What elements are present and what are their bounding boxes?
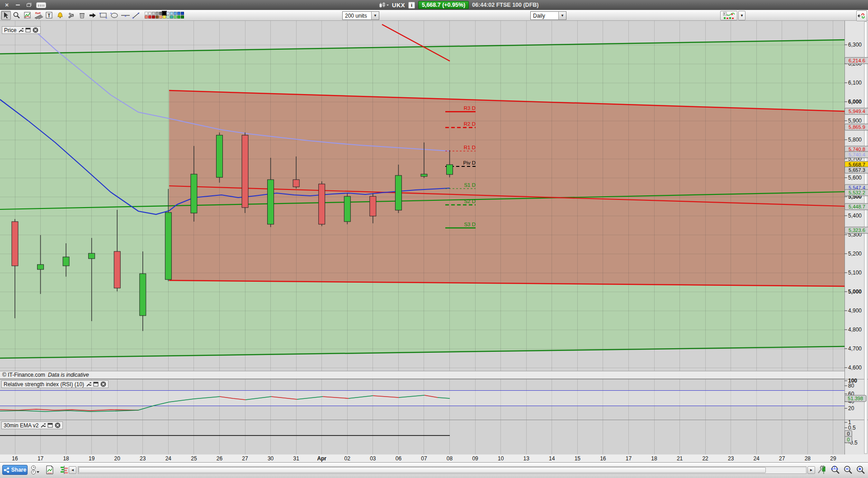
color-swatch[interactable] bbox=[145, 12, 148, 15]
candlestick-style-icon[interactable] bbox=[379, 2, 389, 8]
axis-label: 6,100 bbox=[848, 80, 862, 86]
color-swatch[interactable] bbox=[181, 15, 184, 19]
timeframe-dropdown-value: Daily bbox=[531, 13, 558, 19]
color-swatch[interactable] bbox=[159, 12, 162, 15]
units-dropdown[interactable]: 200 units ▼ bbox=[342, 11, 379, 20]
zoom-tool-button[interactable] bbox=[12, 11, 22, 20]
share-button-label: Share bbox=[11, 467, 26, 473]
candle-body-07 bbox=[421, 174, 427, 176]
date-axis-label: 28 bbox=[805, 455, 811, 462]
zoom-fit-button[interactable] bbox=[830, 465, 841, 475]
svg-text:×: × bbox=[99, 12, 101, 15]
scroll-left-button[interactable]: ◄ bbox=[69, 466, 76, 474]
pane-window-icon[interactable] bbox=[93, 382, 99, 387]
zoom-out-button[interactable] bbox=[843, 465, 854, 475]
axis-price-tag-label: 5,949.4 bbox=[849, 109, 865, 114]
svg-text:×: × bbox=[132, 16, 134, 19]
indicators-button[interactable] bbox=[23, 11, 33, 20]
color-swatch[interactable] bbox=[181, 12, 184, 15]
date-axis-label: 16 bbox=[600, 455, 606, 462]
minimize-window-icon[interactable] bbox=[14, 2, 22, 8]
pane-close-icon[interactable] bbox=[100, 381, 106, 387]
color-swatch[interactable] bbox=[166, 15, 170, 19]
color-swatch[interactable] bbox=[156, 12, 159, 15]
units-dropdown-arrow-icon[interactable]: ▼ bbox=[371, 12, 379, 19]
chart-style-button[interactable] bbox=[720, 11, 737, 20]
timeframe-dropdown-arrow-icon[interactable]: ▼ bbox=[558, 12, 566, 19]
date-axis-label: 31 bbox=[293, 455, 299, 462]
alert-bell-button[interactable] bbox=[55, 11, 65, 20]
tools-settings-button[interactable] bbox=[66, 11, 76, 20]
keyboard-icon[interactable] bbox=[36, 2, 46, 8]
color-swatch[interactable] bbox=[152, 12, 155, 15]
axis-price-tag-label: 5,668.7 bbox=[849, 162, 865, 167]
pane-window-icon[interactable] bbox=[47, 423, 53, 428]
delete-trash-button[interactable] bbox=[77, 11, 87, 20]
pane-settings-wrench-icon[interactable] bbox=[18, 28, 24, 33]
color-swatch[interactable] bbox=[148, 12, 151, 15]
scrollbar-thumb[interactable] bbox=[79, 467, 766, 473]
color-swatch[interactable] bbox=[163, 12, 166, 15]
pane-window-icon[interactable] bbox=[25, 28, 31, 33]
axis-label: 4,900 bbox=[848, 308, 862, 314]
instrument-info-icon[interactable]: i bbox=[408, 2, 415, 9]
chart-settings-button[interactable] bbox=[816, 465, 827, 475]
color-swatch[interactable] bbox=[174, 15, 177, 19]
close-window-icon[interactable]: ✕ bbox=[3, 2, 11, 8]
bottom-toolbar: Share ◄ ► bbox=[0, 462, 868, 478]
news-button[interactable] bbox=[44, 465, 55, 475]
date-axis-strip bbox=[0, 454, 868, 462]
arrow-drawing-button[interactable] bbox=[88, 11, 98, 20]
color-swatch[interactable] bbox=[156, 15, 159, 19]
date-axis-label: 17 bbox=[38, 455, 44, 462]
axis-label: 6,300 bbox=[848, 42, 862, 48]
pivot-label: S1 D bbox=[464, 182, 476, 188]
trendline-drawing-button[interactable]: ×× bbox=[131, 11, 141, 20]
color-swatch[interactable] bbox=[170, 12, 173, 15]
color-swatch[interactable] bbox=[177, 12, 180, 15]
date-axis-label: 08 bbox=[447, 455, 453, 462]
text-tool-button[interactable]: T bbox=[44, 11, 54, 20]
color-swatch[interactable] bbox=[159, 15, 162, 19]
pane-settings-wrench-icon[interactable] bbox=[86, 382, 91, 387]
svg-text:×: × bbox=[124, 14, 127, 18]
restore-window-icon[interactable] bbox=[24, 2, 33, 8]
pane-close-icon[interactable] bbox=[33, 27, 38, 33]
chart-canvas[interactable]: R3 DR2 DR1 DPiv DS1 DS2 DS3 D6,3006,2006… bbox=[0, 0, 868, 478]
color-swatch[interactable] bbox=[174, 12, 177, 15]
candle-body-Apr bbox=[319, 184, 325, 224]
axis-price-tag-label: 0 bbox=[847, 437, 849, 442]
pane-settings-wrench-icon[interactable] bbox=[40, 423, 46, 428]
axis-price-tag-label: 5,532.2 bbox=[849, 190, 865, 195]
axis-label: 5,400 bbox=[848, 213, 862, 219]
units-dropdown-value: 200 units bbox=[343, 13, 371, 19]
chart-style-dropdown-arrow[interactable]: ▼ bbox=[738, 11, 745, 20]
color-swatch[interactable] bbox=[163, 15, 166, 19]
horizontal-line-drawing-button[interactable]: × bbox=[120, 11, 130, 20]
collapse-panel-button[interactable] bbox=[856, 10, 867, 21]
timeframe-dropdown[interactable]: Daily ▼ bbox=[530, 11, 566, 20]
rectangle-drawing-button[interactable]: ×× bbox=[99, 11, 108, 20]
timezone-clocks-button[interactable] bbox=[30, 465, 41, 475]
pane-close-icon[interactable] bbox=[55, 422, 61, 428]
color-swatch[interactable] bbox=[177, 15, 180, 19]
pivot-label: Piv D bbox=[463, 160, 476, 166]
order-book-button[interactable] bbox=[59, 465, 70, 475]
color-swatch[interactable] bbox=[145, 15, 148, 19]
raff-channel-tool-button[interactable]: Raff bbox=[33, 11, 43, 20]
color-swatch[interactable] bbox=[170, 15, 173, 19]
axis-label: 4,700 bbox=[848, 345, 862, 352]
date-axis-label: 16 bbox=[12, 455, 18, 462]
ellipse-drawing-button[interactable]: + bbox=[109, 11, 119, 20]
svg-text:×: × bbox=[137, 12, 139, 15]
color-swatch[interactable] bbox=[152, 15, 155, 19]
color-swatch[interactable] bbox=[148, 15, 151, 19]
copyright-text: © IT-Finance.com bbox=[2, 372, 45, 378]
share-button[interactable]: Share bbox=[2, 465, 28, 475]
color-swatch[interactable] bbox=[166, 12, 170, 15]
cursor-tool-button[interactable] bbox=[1, 11, 11, 20]
date-axis-label: 18 bbox=[651, 455, 657, 462]
zoom-in-button[interactable] bbox=[855, 465, 866, 475]
scroll-right-button[interactable]: ► bbox=[807, 466, 815, 474]
horizontal-scrollbar[interactable] bbox=[78, 466, 807, 474]
